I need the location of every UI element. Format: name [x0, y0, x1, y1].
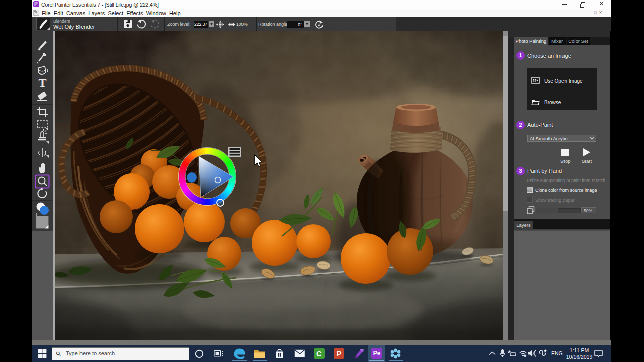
svg-text:T: T [38, 76, 46, 89]
